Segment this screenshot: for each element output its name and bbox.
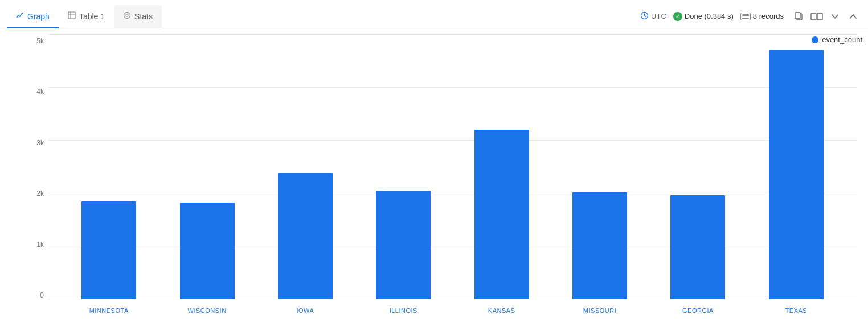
x-labels: MINNESOTAWISCONSINIOWAILLINOISKANSASMISS… xyxy=(48,299,857,322)
bar[interactable] xyxy=(474,130,529,299)
header-actions xyxy=(791,9,861,24)
svg-rect-8 xyxy=(811,13,816,20)
bar-group[interactable] xyxy=(75,34,143,299)
bar-group[interactable] xyxy=(762,34,830,299)
tab-graph[interactable]: Graph xyxy=(7,5,59,28)
svg-point-3 xyxy=(124,13,130,19)
utc-indicator: UTC xyxy=(640,11,666,22)
y-axis-label: 1k xyxy=(36,241,44,249)
x-axis-label: IOWA xyxy=(271,307,339,314)
tab-table1-label: Table 1 xyxy=(79,12,105,21)
x-axis-label: GEORGIA xyxy=(664,307,732,314)
svg-rect-0 xyxy=(68,12,75,19)
x-axis-label: WISCONSIN xyxy=(173,307,241,314)
x-axis-label: TEXAS xyxy=(762,307,830,314)
bar[interactable] xyxy=(278,173,333,299)
bar[interactable] xyxy=(670,195,725,299)
x-axis-label: MISSOURI xyxy=(566,307,634,314)
clock-icon xyxy=(640,11,649,22)
tab-graph-label: Graph xyxy=(27,12,50,21)
done-indicator: ✓ Done (0.384 s) xyxy=(673,12,734,21)
records-icon xyxy=(740,13,751,20)
y-axis: 5k4k3k2k1k0 xyxy=(28,34,48,322)
y-axis-label: 5k xyxy=(36,37,44,45)
table-icon xyxy=(68,11,76,21)
bar-group[interactable] xyxy=(173,34,241,299)
records-indicator: 8 records xyxy=(740,12,784,20)
tab-stats-label: Stats xyxy=(134,12,153,21)
header: Graph Table 1 Stats xyxy=(0,0,868,28)
y-axis-label: 0 xyxy=(40,291,44,299)
svg-rect-7 xyxy=(795,13,800,19)
records-label: 8 records xyxy=(753,12,784,20)
bars-container xyxy=(48,34,857,299)
copy-button[interactable] xyxy=(791,9,806,24)
bar-group[interactable] xyxy=(271,34,339,299)
bar-group[interactable] xyxy=(369,34,437,299)
chevron-up-button[interactable] xyxy=(845,9,861,24)
tab-stats[interactable]: Stats xyxy=(114,5,162,28)
tab-table1[interactable]: Table 1 xyxy=(59,5,114,28)
x-axis-label: ILLINOIS xyxy=(369,307,437,314)
bar-group[interactable] xyxy=(664,34,732,299)
y-axis-label: 4k xyxy=(36,88,44,96)
tabs: Graph Table 1 Stats xyxy=(7,5,162,28)
utc-label: UTC xyxy=(651,12,666,20)
y-axis-label: 3k xyxy=(36,139,44,147)
chart-body: 5k4k3k2k1k0 MINNESOTAWISCONSINIOWAILLINO… xyxy=(28,34,857,322)
bar-group[interactable] xyxy=(468,34,536,299)
bar-group[interactable] xyxy=(566,34,634,299)
bar[interactable] xyxy=(572,192,627,299)
expand-button[interactable] xyxy=(809,9,825,24)
chevron-down-button[interactable] xyxy=(827,9,843,24)
bar[interactable] xyxy=(180,203,235,299)
stats-icon xyxy=(123,11,131,21)
graph-icon xyxy=(16,11,24,21)
done-check-icon: ✓ xyxy=(673,12,682,21)
chart-container: event_count 5k4k3k2k1k0 MINNESOTAWISCONS… xyxy=(0,28,868,322)
header-right: UTC ✓ Done (0.384 s) 8 records xyxy=(640,9,861,24)
bar[interactable] xyxy=(81,201,136,299)
chart-area: MINNESOTAWISCONSINIOWAILLINOISKANSASMISS… xyxy=(48,34,857,322)
svg-rect-9 xyxy=(817,13,822,20)
done-label: Done (0.384 s) xyxy=(685,12,734,20)
bar[interactable] xyxy=(376,191,431,299)
bar[interactable] xyxy=(769,50,824,299)
x-axis-label: KANSAS xyxy=(468,307,536,314)
y-axis-label: 2k xyxy=(36,189,44,197)
svg-point-4 xyxy=(126,14,128,16)
x-axis-label: MINNESOTA xyxy=(75,307,143,314)
